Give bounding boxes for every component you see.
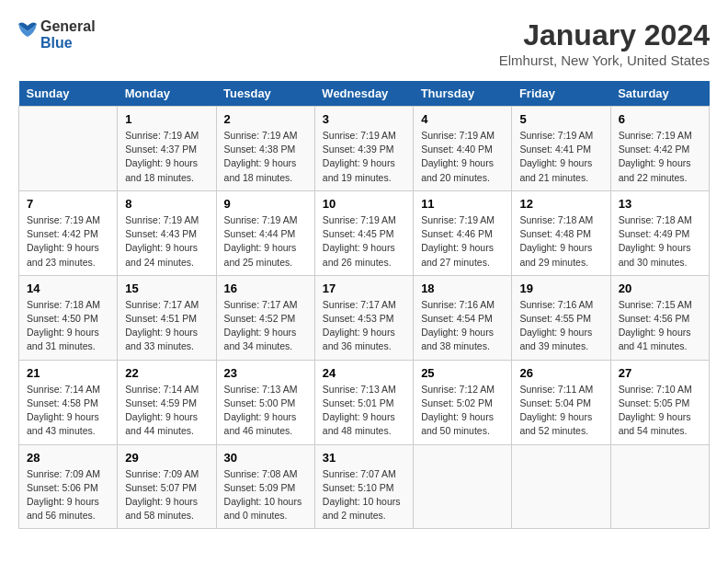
- day-cell: 19Sunrise: 7:16 AMSunset: 4:55 PMDayligh…: [512, 275, 610, 360]
- day-cell: 17Sunrise: 7:17 AMSunset: 4:53 PMDayligh…: [314, 275, 413, 360]
- day-number: 25: [421, 366, 504, 380]
- header-friday: Friday: [512, 81, 610, 107]
- day-number: 31: [323, 451, 405, 465]
- header-monday: Monday: [118, 81, 216, 107]
- logo-blue: Blue: [40, 35, 96, 52]
- day-cell: 14Sunrise: 7:18 AMSunset: 4:50 PMDayligh…: [19, 275, 118, 360]
- day-cell: 28Sunrise: 7:09 AMSunset: 5:06 PMDayligh…: [19, 444, 118, 529]
- day-cell: 8Sunrise: 7:19 AMSunset: 4:43 PMDaylight…: [118, 190, 216, 275]
- day-info: Sunrise: 7:19 AMSunset: 4:44 PMDaylight:…: [224, 213, 307, 270]
- day-cell: 12Sunrise: 7:18 AMSunset: 4:48 PMDayligh…: [512, 190, 610, 275]
- day-number: 19: [519, 282, 602, 295]
- day-number: 10: [323, 197, 405, 211]
- day-number: 11: [421, 197, 504, 211]
- page-header: General Blue January 2024 Elmhurst, New …: [18, 18, 710, 68]
- day-cell: 6Sunrise: 7:19 AMSunset: 4:42 PMDaylight…: [610, 107, 709, 191]
- day-cell: [414, 444, 512, 529]
- day-cell: 29Sunrise: 7:09 AMSunset: 5:07 PMDayligh…: [118, 444, 216, 529]
- day-info: Sunrise: 7:19 AMSunset: 4:38 PMDaylight:…: [224, 129, 307, 185]
- day-cell: 25Sunrise: 7:12 AMSunset: 5:02 PMDayligh…: [414, 360, 512, 444]
- day-cell: 13Sunrise: 7:18 AMSunset: 4:49 PMDayligh…: [610, 190, 709, 275]
- week-row-2: 14Sunrise: 7:18 AMSunset: 4:50 PMDayligh…: [19, 275, 710, 360]
- header-wednesday: Wednesday: [314, 81, 413, 107]
- day-info: Sunrise: 7:15 AMSunset: 4:56 PMDaylight:…: [619, 298, 701, 354]
- day-number: 8: [125, 197, 208, 211]
- day-cell: 23Sunrise: 7:13 AMSunset: 5:00 PMDayligh…: [216, 360, 314, 444]
- day-cell: 27Sunrise: 7:10 AMSunset: 5:05 PMDayligh…: [610, 360, 709, 444]
- page-subtitle: Elmhurst, New York, United States: [499, 52, 710, 68]
- day-number: 3: [323, 112, 405, 126]
- day-info: Sunrise: 7:17 AMSunset: 4:51 PMDaylight:…: [125, 298, 208, 354]
- day-cell: 18Sunrise: 7:16 AMSunset: 4:54 PMDayligh…: [414, 275, 512, 360]
- day-info: Sunrise: 7:19 AMSunset: 4:37 PMDaylight:…: [125, 129, 208, 185]
- day-number: 24: [323, 366, 405, 380]
- day-info: Sunrise: 7:19 AMSunset: 4:40 PMDaylight:…: [421, 129, 504, 185]
- day-info: Sunrise: 7:14 AMSunset: 4:59 PMDaylight:…: [125, 383, 208, 439]
- day-number: 4: [421, 112, 504, 126]
- day-info: Sunrise: 7:19 AMSunset: 4:46 PMDaylight:…: [421, 213, 504, 270]
- day-cell: 24Sunrise: 7:13 AMSunset: 5:01 PMDayligh…: [314, 360, 413, 444]
- day-cell: 31Sunrise: 7:07 AMSunset: 5:10 PMDayligh…: [314, 444, 413, 529]
- day-info: Sunrise: 7:14 AMSunset: 4:58 PMDaylight:…: [27, 383, 109, 439]
- day-cell: 9Sunrise: 7:19 AMSunset: 4:44 PMDaylight…: [216, 190, 314, 275]
- day-number: 22: [125, 366, 208, 380]
- day-number: 17: [323, 282, 405, 295]
- header-thursday: Thursday: [414, 81, 512, 107]
- day-cell: 5Sunrise: 7:19 AMSunset: 4:41 PMDaylight…: [512, 107, 610, 191]
- day-number: 15: [125, 282, 208, 295]
- day-cell: [610, 444, 709, 529]
- day-number: 14: [27, 282, 109, 295]
- day-number: 2: [224, 112, 307, 126]
- day-info: Sunrise: 7:10 AMSunset: 5:05 PMDaylight:…: [619, 383, 701, 439]
- day-cell: 2Sunrise: 7:19 AMSunset: 4:38 PMDaylight…: [216, 107, 314, 191]
- day-info: Sunrise: 7:19 AMSunset: 4:41 PMDaylight:…: [519, 129, 602, 185]
- day-number: 16: [224, 282, 307, 295]
- day-info: Sunrise: 7:17 AMSunset: 4:52 PMDaylight:…: [224, 298, 307, 354]
- header-sunday: Sunday: [19, 81, 118, 107]
- day-cell: 26Sunrise: 7:11 AMSunset: 5:04 PMDayligh…: [512, 360, 610, 444]
- day-number: 13: [619, 197, 701, 211]
- day-cell: 15Sunrise: 7:17 AMSunset: 4:51 PMDayligh…: [118, 275, 216, 360]
- day-cell: 30Sunrise: 7:08 AMSunset: 5:09 PMDayligh…: [216, 444, 314, 529]
- day-info: Sunrise: 7:16 AMSunset: 4:55 PMDaylight:…: [519, 298, 602, 354]
- day-cell: 20Sunrise: 7:15 AMSunset: 4:56 PMDayligh…: [610, 275, 709, 360]
- day-cell: 21Sunrise: 7:14 AMSunset: 4:58 PMDayligh…: [19, 360, 118, 444]
- calendar-header-row: SundayMondayTuesdayWednesdayThursdayFrid…: [19, 81, 710, 107]
- day-info: Sunrise: 7:08 AMSunset: 5:09 PMDaylight:…: [224, 467, 307, 523]
- day-number: 7: [27, 197, 109, 211]
- week-row-3: 21Sunrise: 7:14 AMSunset: 4:58 PMDayligh…: [19, 360, 710, 444]
- title-block: January 2024 Elmhurst, New York, United …: [499, 18, 710, 68]
- day-info: Sunrise: 7:16 AMSunset: 4:54 PMDaylight:…: [421, 298, 504, 354]
- header-saturday: Saturday: [610, 81, 709, 107]
- day-number: 21: [27, 366, 109, 380]
- day-info: Sunrise: 7:09 AMSunset: 5:06 PMDaylight:…: [27, 467, 109, 523]
- day-cell: 10Sunrise: 7:19 AMSunset: 4:45 PMDayligh…: [314, 190, 413, 275]
- week-row-1: 7Sunrise: 7:19 AMSunset: 4:42 PMDaylight…: [19, 190, 710, 275]
- day-number: 6: [619, 112, 701, 126]
- day-info: Sunrise: 7:19 AMSunset: 4:39 PMDaylight:…: [323, 129, 405, 185]
- day-info: Sunrise: 7:19 AMSunset: 4:42 PMDaylight:…: [27, 213, 109, 270]
- day-number: 27: [619, 366, 701, 380]
- day-info: Sunrise: 7:12 AMSunset: 5:02 PMDaylight:…: [421, 383, 504, 439]
- day-info: Sunrise: 7:11 AMSunset: 5:04 PMDaylight:…: [519, 383, 602, 439]
- day-info: Sunrise: 7:07 AMSunset: 5:10 PMDaylight:…: [323, 467, 405, 523]
- day-number: 28: [27, 451, 109, 465]
- day-info: Sunrise: 7:19 AMSunset: 4:42 PMDaylight:…: [619, 129, 701, 185]
- day-number: 5: [519, 112, 602, 126]
- day-info: Sunrise: 7:18 AMSunset: 4:50 PMDaylight:…: [27, 298, 109, 354]
- day-info: Sunrise: 7:09 AMSunset: 5:07 PMDaylight:…: [125, 467, 208, 523]
- day-number: 26: [519, 366, 602, 380]
- week-row-4: 28Sunrise: 7:09 AMSunset: 5:06 PMDayligh…: [19, 444, 710, 529]
- day-cell: [19, 107, 118, 191]
- day-info: Sunrise: 7:19 AMSunset: 4:43 PMDaylight:…: [125, 213, 208, 270]
- day-info: Sunrise: 7:18 AMSunset: 4:48 PMDaylight:…: [519, 213, 602, 270]
- day-number: 20: [619, 282, 701, 295]
- day-cell: 11Sunrise: 7:19 AMSunset: 4:46 PMDayligh…: [414, 190, 512, 275]
- logo: General Blue: [18, 18, 96, 52]
- header-tuesday: Tuesday: [216, 81, 314, 107]
- day-cell: 4Sunrise: 7:19 AMSunset: 4:40 PMDaylight…: [414, 107, 512, 191]
- day-info: Sunrise: 7:13 AMSunset: 5:00 PMDaylight:…: [224, 383, 307, 439]
- calendar-table: SundayMondayTuesdayWednesdayThursdayFrid…: [18, 81, 710, 529]
- day-number: 12: [519, 197, 602, 211]
- day-number: 1: [125, 112, 208, 126]
